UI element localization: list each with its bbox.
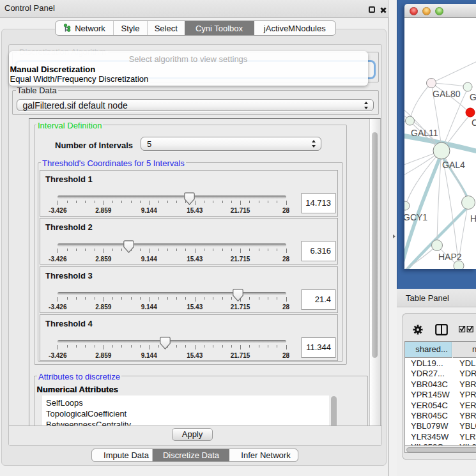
svg-text:H: H — [470, 213, 476, 224]
svg-text:GAL4: GAL4 — [442, 160, 465, 170]
svg-text:GAL11: GAL11 — [411, 128, 438, 138]
svg-text:GCY1: GCY1 — [404, 212, 427, 222]
svg-text:GAL80: GAL80 — [433, 89, 461, 99]
svg-text:GA: GA — [470, 92, 476, 102]
svg-text:C: C — [472, 118, 476, 128]
svg-text:HAP2: HAP2 — [438, 252, 462, 262]
